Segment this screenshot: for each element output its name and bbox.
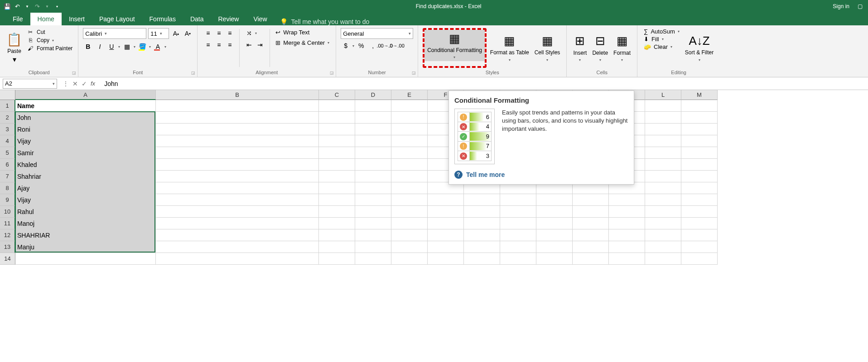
cell-L3[interactable] [645,124,681,135]
format-cells-button[interactable]: ▦ Format ▾ [611,27,633,69]
cell-F9[interactable] [428,194,464,206]
cell-D9[interactable] [355,194,391,206]
row-header-6[interactable]: 6 [0,159,15,171]
cell-E12[interactable] [391,229,428,241]
cell-A12[interactable]: SHAHRIAR [15,229,156,241]
sign-in-link[interactable]: Sign in [833,3,849,10]
col-header-D[interactable]: D [355,90,391,100]
cell-M12[interactable] [681,229,718,241]
cell-L4[interactable] [645,135,681,147]
col-header-A[interactable]: A [15,90,156,100]
cell-G9[interactable] [464,194,500,206]
cell-C9[interactable] [319,194,355,206]
paste-button[interactable]: 📋 Paste ▾ [4,27,25,69]
row-header-5[interactable]: 5 [0,147,15,159]
cell-D3[interactable] [355,124,391,135]
conditional-formatting-button[interactable]: ▦ Conditional Formatting ▾ [424,30,485,61]
copy-button[interactable]: ⎘Copy ▾ [27,37,72,43]
cell-E9[interactable] [391,194,428,206]
cell-L7[interactable] [645,171,681,182]
cell-C14[interactable] [319,253,355,265]
cell-A14[interactable] [15,253,156,265]
cell-J14[interactable] [573,253,609,265]
col-header-E[interactable]: E [391,90,428,100]
redo-icon[interactable]: ↷ [34,3,41,10]
cell-C13[interactable] [319,241,355,253]
cell-G14[interactable] [464,253,500,265]
cell-M8[interactable] [681,182,718,194]
cell-L9[interactable] [645,194,681,206]
row-header-11[interactable]: 11 [0,218,15,229]
cell-D12[interactable] [355,229,391,241]
row-header-2[interactable]: 2 [0,112,15,124]
cell-E13[interactable] [391,241,428,253]
cell-L11[interactable] [645,218,681,229]
row-header-1[interactable]: 1 [0,100,15,112]
shrink-font-button[interactable]: A▾ [183,29,193,38]
font-name-combo[interactable]: Calibri▾ [83,28,146,39]
tab-view[interactable]: View [246,13,274,25]
cell-C7[interactable] [319,171,355,182]
cell-A9[interactable]: Vijay [15,194,156,206]
cell-E4[interactable] [391,135,428,147]
cell-E14[interactable] [391,253,428,265]
name-box[interactable]: A2▾ [3,79,57,89]
align-right-button[interactable]: ≡ [225,40,235,50]
cell-E2[interactable] [391,112,428,124]
cell-L13[interactable] [645,241,681,253]
borders-dropdown[interactable]: ▾ [134,45,135,49]
cell-C1[interactable] [319,100,355,112]
delete-cells-button[interactable]: ⊟ Delete ▾ [589,27,611,69]
cell-A11[interactable]: Manoj [15,218,156,229]
col-header-B[interactable]: B [156,90,319,100]
cell-A6[interactable]: Khaled [15,159,156,171]
decrease-decimal-button[interactable]: .0→.00 [391,41,401,51]
cell-K11[interactable] [609,218,645,229]
cell-B9[interactable] [156,194,319,206]
cell-K14[interactable] [609,253,645,265]
fx-icon[interactable]: fx [91,80,95,87]
cell-D10[interactable] [355,206,391,218]
cell-I9[interactable] [536,194,573,206]
cell-C6[interactable] [319,159,355,171]
orientation-button[interactable]: ⤭ [244,28,254,38]
cell-A5[interactable]: Samir [15,147,156,159]
align-bottom-button[interactable]: ≡ [225,28,235,38]
bold-button[interactable]: B [83,42,93,52]
cell-M5[interactable] [681,147,718,159]
cell-K13[interactable] [609,241,645,253]
cell-C2[interactable] [319,112,355,124]
cell-A1[interactable]: Name [15,100,156,112]
cell-F10[interactable] [428,206,464,218]
accounting-format-button[interactable]: $ [341,41,351,51]
cell-C12[interactable] [319,229,355,241]
increase-indent-button[interactable]: ⇥ [255,40,265,50]
cell-F11[interactable] [428,218,464,229]
undo-dropdown-icon[interactable]: ▼ [24,3,31,10]
grow-font-button[interactable]: A▴ [171,29,181,38]
tab-home[interactable]: Home [30,13,62,25]
cell-A10[interactable]: Rahul [15,206,156,218]
row-header-4[interactable]: 4 [0,135,15,147]
cell-L10[interactable] [645,206,681,218]
cell-M7[interactable] [681,171,718,182]
col-header-L[interactable]: L [645,90,681,100]
align-left-button[interactable]: ≡ [203,40,213,50]
cell-I14[interactable] [536,253,573,265]
cell-D2[interactable] [355,112,391,124]
cell-J9[interactable] [573,194,609,206]
fill-color-button[interactable]: 🪣 [137,42,147,52]
fill-color-dropdown[interactable]: ▾ [149,45,151,49]
cell-A8[interactable]: Ajay [15,182,156,194]
autosum-button[interactable]: ∑AutoSum ▾ [644,28,680,35]
tell-me-box[interactable]: 💡 Tell me what you want to do [275,18,375,25]
cell-H10[interactable] [500,206,536,218]
cell-M4[interactable] [681,135,718,147]
row-header-9[interactable]: 9 [0,194,15,206]
cell-K10[interactable] [609,206,645,218]
tab-data[interactable]: Data [183,13,211,25]
row-header-8[interactable]: 8 [0,182,15,194]
alignment-launcher-icon[interactable]: ◲ [330,71,334,75]
cell-C11[interactable] [319,218,355,229]
cell-I13[interactable] [536,241,573,253]
